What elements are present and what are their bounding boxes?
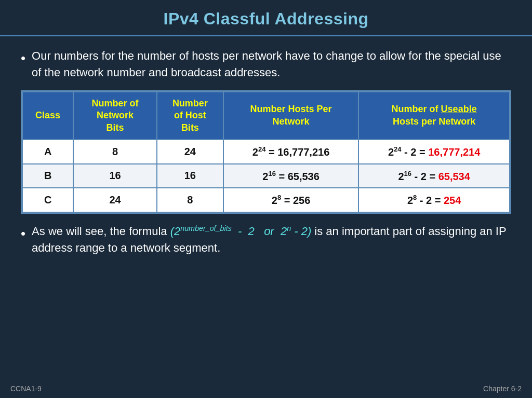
page-header: IPv4 Classful Addressing [0, 0, 532, 36]
footer-left: CCNA1-9 [10, 385, 42, 393]
cell-class-c: C [22, 188, 73, 212]
bullet-1-item: • Our numbers for the number of hosts pe… [21, 48, 511, 81]
cell-host-bits-a: 24 [157, 140, 223, 164]
cell-hosts-b: 216 = 65,536 [223, 164, 358, 188]
cell-hosts-a: 224 = 16,777,216 [223, 140, 358, 164]
cell-host-bits-c: 8 [157, 188, 223, 212]
bullet-dot-1: • [21, 49, 25, 67]
bullet-1-text: Our numbers for the number of hosts per … [32, 48, 511, 81]
classful-table: Class Number ofNetworkBits Numberof Host… [22, 91, 510, 213]
bullet-dot-2: • [21, 224, 25, 243]
cell-class-b: B [22, 164, 73, 188]
col-useable-hosts: Number of UseableHosts per Network [358, 92, 510, 140]
bullet-2-text: As we will see, the formula (2number_of_… [32, 223, 511, 256]
col-network-bits: Number ofNetworkBits [73, 92, 157, 140]
cell-useable-c: 28 - 2 = 254 [358, 188, 510, 212]
table-row: B 16 16 216 = 65,536 216 - 2 = 65,534 [22, 164, 510, 188]
main-content: • Our numbers for the number of hosts pe… [0, 36, 532, 273]
table-row: A 8 24 224 = 16,777,216 224 - 2 = 16,777… [22, 140, 510, 164]
table-header-row: Class Number ofNetworkBits Numberof Host… [22, 92, 510, 140]
cell-useable-b: 216 - 2 = 65,534 [358, 164, 510, 188]
cell-network-bits-c: 24 [73, 188, 157, 212]
cell-class-a: A [22, 140, 73, 164]
page-title: IPv4 Classful Addressing [10, 9, 522, 29]
col-hosts-per-network: Number Hosts PerNetwork [223, 92, 358, 140]
cell-host-bits-b: 16 [157, 164, 223, 188]
cell-hosts-c: 28 = 256 [223, 188, 358, 212]
table-body: A 8 24 224 = 16,777,216 224 - 2 = 16,777… [22, 140, 510, 212]
classful-table-wrapper: Class Number ofNetworkBits Numberof Host… [21, 90, 511, 214]
footer-right: Chapter 6-2 [483, 385, 522, 393]
cell-network-bits-a: 8 [73, 140, 157, 164]
cell-network-bits-b: 16 [73, 164, 157, 188]
col-host-bits: Numberof HostBits [157, 92, 223, 140]
page-footer: CCNA1-9 Chapter 6-2 [0, 385, 532, 393]
bullet-2-section: • As we will see, the formula (2number_o… [21, 223, 511, 256]
cell-useable-a: 224 - 2 = 16,777,214 [358, 140, 510, 164]
bullet-1-section: • Our numbers for the number of hosts pe… [21, 48, 511, 81]
bullet-2-item: • As we will see, the formula (2number_o… [21, 223, 511, 256]
col-class: Class [22, 92, 73, 140]
table-row: C 24 8 28 = 256 28 - 2 = 254 [22, 188, 510, 212]
formula-text: (2number_of_bits - 2 or 2n - 2) [170, 225, 315, 238]
